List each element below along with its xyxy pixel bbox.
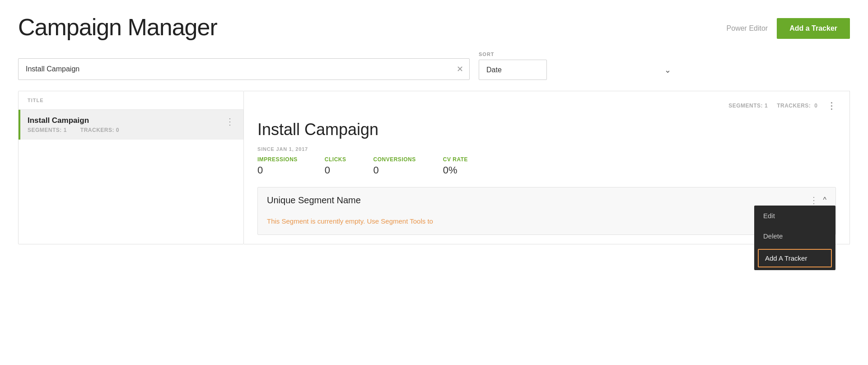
detail-since: SINCE JAN 1, 2017: [257, 146, 836, 152]
campaign-item-trackers: TRACKERS: 0: [80, 127, 119, 133]
add-tracker-button[interactable]: Add a Tracker: [777, 18, 850, 39]
campaign-list-panel: TITLE Install Campaign SEGMENTS: 1 TRACK…: [18, 91, 244, 244]
detail-top-bar: SEGMENTS: 1 TRACKERS: 0 ⋮: [257, 100, 836, 111]
controls-row: ✕ SORT Date Name Impressions Clicks Conv…: [18, 51, 850, 80]
stat-clicks: CLICKS 0: [325, 156, 346, 176]
sort-container: SORT Date Name Impressions Clicks Conver…: [479, 51, 677, 80]
stat-impressions-value: 0: [257, 164, 298, 176]
search-container: ✕: [18, 58, 470, 80]
campaign-item-name: Install Campaign: [28, 116, 224, 125]
list-header: TITLE: [19, 91, 243, 110]
campaign-list-item[interactable]: Install Campaign SEGMENTS: 1 TRACKERS: 0…: [19, 110, 243, 140]
campaign-item-content: Install Campaign SEGMENTS: 1 TRACKERS: 0: [28, 116, 224, 133]
stat-clicks-value: 0: [325, 164, 346, 176]
stats-row: IMPRESSIONS 0 CLICKS 0 CONVERSIONS 0 CV …: [257, 156, 836, 176]
stat-clicks-label: CLICKS: [325, 156, 346, 163]
context-menu-edit[interactable]: Edit: [754, 206, 835, 226]
segment-collapse-icon[interactable]: ^: [823, 196, 826, 204]
campaign-item-segments: SEGMENTS: 1: [28, 127, 67, 133]
segment-header: Unique Segment Name ⋮ ^: [258, 187, 835, 213]
sort-select[interactable]: Date Name Impressions Clicks Conversions: [479, 60, 547, 80]
detail-campaign-name: Install Campaign: [257, 120, 836, 139]
segment-section: Unique Segment Name ⋮ ^ This Segment is …: [257, 187, 836, 235]
page-title: Campaign Manager: [18, 14, 217, 41]
search-clear-icon[interactable]: ✕: [457, 64, 463, 74]
header: Campaign Manager Power Editor Add a Trac…: [18, 14, 850, 41]
page-container: Campaign Manager Power Editor Add a Trac…: [0, 0, 868, 365]
stat-impressions-label: IMPRESSIONS: [257, 156, 298, 163]
detail-segments-count: SEGMENTS: 1: [728, 103, 768, 109]
campaign-item-meta: SEGMENTS: 1 TRACKERS: 0: [28, 127, 224, 133]
segment-body: This Segment is currently empty. Use Seg…: [258, 213, 835, 234]
main-content: TITLE Install Campaign SEGMENTS: 1 TRACK…: [18, 91, 850, 244]
campaign-detail-panel: SEGMENTS: 1 TRACKERS: 0 ⋮ Install Campai…: [244, 91, 850, 244]
campaign-item-dots-icon[interactable]: ⋮: [224, 116, 236, 127]
stat-cv-rate: CV RATE 0%: [443, 156, 468, 176]
context-menu-delete[interactable]: Delete: [754, 226, 835, 246]
context-menu-add-tracker[interactable]: Add A Tracker: [758, 249, 832, 267]
detail-trackers-count: TRACKERS: 0: [777, 103, 817, 109]
sort-chevron-icon: ⌄: [664, 65, 671, 75]
search-input[interactable]: [18, 58, 470, 80]
sort-wrapper: Date Name Impressions Clicks Conversions…: [479, 60, 677, 80]
sort-label: SORT: [479, 51, 677, 57]
stat-cv-rate-label: CV RATE: [443, 156, 468, 163]
stat-cv-rate-value: 0%: [443, 164, 468, 176]
power-editor-link[interactable]: Power Editor: [727, 24, 768, 33]
header-actions: Power Editor Add a Tracker: [727, 18, 850, 39]
stat-impressions: IMPRESSIONS 0: [257, 156, 298, 176]
stat-conversions-value: 0: [373, 164, 416, 176]
detail-dots-icon[interactable]: ⋮: [827, 100, 836, 111]
segment-name: Unique Segment Name: [267, 195, 361, 206]
segment-empty-text: This Segment is currently empty. Use Seg…: [267, 217, 433, 225]
detail-trackers-value: 0: [814, 103, 817, 109]
context-menu: Edit Delete Add A Tracker: [754, 206, 835, 270]
segment-dots-icon[interactable]: ⋮: [809, 195, 818, 206]
stat-conversions-label: CONVERSIONS: [373, 156, 416, 163]
stat-conversions: CONVERSIONS 0: [373, 156, 416, 176]
segment-header-actions: ⋮ ^: [809, 195, 826, 206]
detail-trackers-label: TRACKERS:: [777, 103, 811, 109]
